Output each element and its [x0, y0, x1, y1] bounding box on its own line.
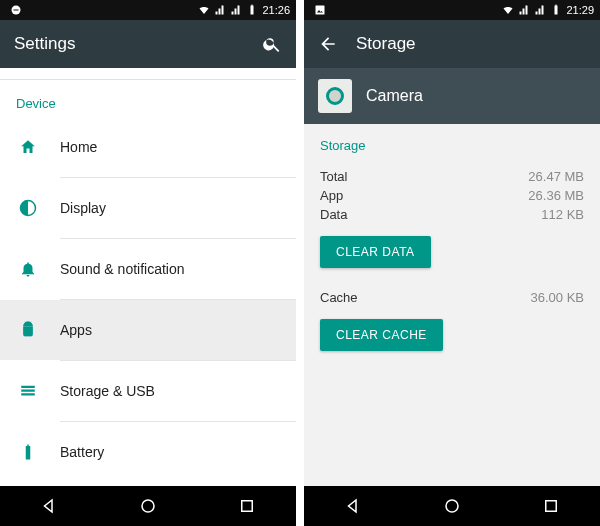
- battery-icon: [550, 4, 562, 16]
- recent-square-icon: [542, 497, 560, 515]
- status-bar: 21:26: [0, 0, 296, 20]
- signal-icon-2: [230, 4, 242, 16]
- search-button[interactable]: [262, 34, 282, 54]
- signal-icon-2: [534, 4, 546, 16]
- battery-icon: [246, 4, 258, 16]
- data-value: 112 KB: [541, 207, 584, 222]
- list-item-label: Display: [60, 200, 106, 216]
- row-app: App 26.36 MB: [320, 186, 584, 205]
- dnd-icon: [10, 4, 22, 16]
- list-item-label: Apps: [60, 322, 92, 338]
- svg-rect-1: [14, 10, 19, 11]
- svg-point-6: [446, 500, 458, 512]
- search-icon: [262, 34, 282, 54]
- phone-left: 21:26 Settings Device Home Display Sound…: [0, 0, 296, 526]
- clock: 21:29: [566, 4, 594, 16]
- app-subheader: Camera: [304, 68, 600, 124]
- bell-icon: [19, 260, 37, 278]
- svg-rect-7: [545, 501, 556, 512]
- list-item-label: Sound & notification: [60, 261, 185, 277]
- home-icon: [19, 138, 37, 156]
- list-item-label: Storage & USB: [60, 383, 155, 399]
- list-item-label: Battery: [60, 444, 104, 460]
- total-label: Total: [320, 169, 347, 184]
- nav-home[interactable]: [139, 497, 157, 515]
- sidebar-item-display[interactable]: Display: [0, 178, 296, 238]
- image-icon: [314, 4, 326, 16]
- clear-data-button[interactable]: CLEAR DATA: [320, 236, 431, 268]
- storage-icon: [19, 382, 37, 400]
- app-bar: Storage: [304, 20, 600, 68]
- clear-cache-button[interactable]: CLEAR CACHE: [320, 319, 443, 351]
- settings-content: Device Home Display Sound & notification…: [0, 68, 296, 486]
- list-item-label: Home: [60, 139, 97, 155]
- svg-point-3: [142, 500, 154, 512]
- nav-bar: [304, 486, 600, 526]
- total-value: 26.47 MB: [528, 169, 584, 184]
- display-icon: [19, 199, 37, 217]
- wifi-icon: [198, 4, 210, 16]
- cache-value: 36.00 KB: [531, 290, 585, 305]
- svg-rect-5: [316, 6, 325, 15]
- storage-content: Storage Total 26.47 MB App 26.36 MB Data…: [304, 124, 600, 486]
- data-label: Data: [320, 207, 347, 222]
- phone-right: 21:29 Storage Camera Storage Total 26.47…: [304, 0, 600, 526]
- back-button[interactable]: [318, 34, 338, 54]
- nav-back[interactable]: [40, 497, 58, 515]
- sidebar-item-battery[interactable]: Battery: [0, 422, 296, 482]
- sidebar-item-storage[interactable]: Storage & USB: [0, 361, 296, 421]
- row-total: Total 26.47 MB: [320, 167, 584, 186]
- nav-bar: [0, 486, 296, 526]
- battery-icon: [19, 443, 37, 461]
- signal-icon: [518, 4, 530, 16]
- status-bar: 21:29: [304, 0, 600, 20]
- sidebar-item-sound[interactable]: Sound & notification: [0, 239, 296, 299]
- sidebar-item-home[interactable]: Home: [0, 117, 296, 177]
- nav-recent[interactable]: [542, 497, 560, 515]
- back-triangle-icon: [40, 497, 58, 515]
- page-title: Settings: [14, 34, 244, 54]
- row-cache: Cache 36.00 KB: [320, 288, 584, 307]
- camera-app-icon: [318, 79, 352, 113]
- arrow-back-icon: [318, 34, 338, 54]
- section-header-device: Device: [0, 82, 296, 117]
- clock: 21:26: [262, 4, 290, 16]
- row-data: Data 112 KB: [320, 205, 584, 224]
- app-label: App: [320, 188, 343, 203]
- nav-recent[interactable]: [238, 497, 256, 515]
- nav-home[interactable]: [443, 497, 461, 515]
- svg-rect-4: [241, 501, 252, 512]
- home-circle-icon: [139, 497, 157, 515]
- nav-back[interactable]: [344, 497, 362, 515]
- home-circle-icon: [443, 497, 461, 515]
- sidebar-item-apps[interactable]: Apps: [0, 300, 296, 360]
- cache-label: Cache: [320, 290, 358, 305]
- page-title: Storage: [356, 34, 586, 54]
- section-header-storage: Storage: [304, 124, 600, 159]
- recent-square-icon: [238, 497, 256, 515]
- android-icon: [19, 321, 37, 339]
- signal-icon: [214, 4, 226, 16]
- app-name: Camera: [366, 87, 423, 105]
- back-triangle-icon: [344, 497, 362, 515]
- wifi-icon: [502, 4, 514, 16]
- app-bar: Settings: [0, 20, 296, 68]
- app-value: 26.36 MB: [528, 188, 584, 203]
